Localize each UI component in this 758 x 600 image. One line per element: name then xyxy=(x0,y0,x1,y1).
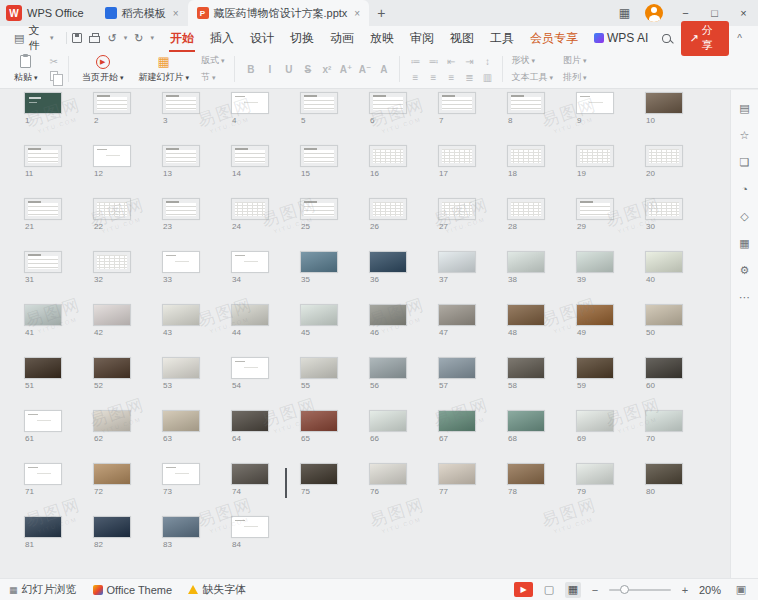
slide-cell[interactable]: 10 xyxy=(645,92,683,125)
slide-cell[interactable]: 67 xyxy=(438,410,476,443)
slide-cell[interactable]: 77 xyxy=(438,463,476,496)
slide-cell[interactable]: 9 xyxy=(576,92,614,125)
slide-thumbnail[interactable] xyxy=(369,92,407,114)
text-tool-button[interactable]: 文本工具▾ xyxy=(511,71,553,84)
slide-cell[interactable]: 79 xyxy=(576,463,614,496)
slide-cell[interactable]: 57 xyxy=(438,357,476,390)
slide-thumbnail[interactable] xyxy=(300,463,338,485)
slide-thumbnail[interactable] xyxy=(231,463,269,485)
redo-dropdown-icon[interactable]: ▾ xyxy=(150,34,154,42)
tab-presentation-document[interactable]: P 藏医药博物馆设计方案.pptx × xyxy=(188,0,370,26)
close-button[interactable]: × xyxy=(729,0,758,26)
strikethrough-button[interactable]: S xyxy=(300,62,315,76)
zoom-in-button[interactable]: + xyxy=(679,584,691,596)
slide-cell[interactable]: 55 xyxy=(300,357,338,390)
slide-thumbnail[interactable] xyxy=(438,251,476,273)
ribbon-tab-home[interactable]: 开始 xyxy=(162,27,202,50)
slide-cell[interactable]: 84 xyxy=(231,516,269,549)
slide-thumbnail[interactable] xyxy=(93,145,131,167)
slide-cell[interactable]: 14 xyxy=(231,145,269,178)
slide-thumbnail[interactable] xyxy=(24,145,62,167)
slide-cell[interactable]: 16 xyxy=(369,145,407,178)
slide-thumbnail[interactable] xyxy=(231,145,269,167)
slide-thumbnail[interactable] xyxy=(438,145,476,167)
slide-thumbnail[interactable] xyxy=(369,463,407,485)
undo-dropdown-icon[interactable]: ▾ xyxy=(124,34,128,42)
slide-thumbnail[interactable] xyxy=(162,516,200,538)
ribbon-tab-slideshow[interactable]: 放映 xyxy=(362,27,402,50)
slide-thumbnail[interactable] xyxy=(93,198,131,220)
slide-thumbnail[interactable] xyxy=(24,198,62,220)
slide-thumbnail[interactable] xyxy=(438,463,476,485)
slide-thumbnail[interactable] xyxy=(231,251,269,273)
slide-cell[interactable]: 47 xyxy=(438,304,476,337)
print-icon[interactable] xyxy=(89,36,100,43)
slide-cell[interactable]: 6 xyxy=(369,92,407,125)
slide-thumbnail[interactable] xyxy=(438,357,476,379)
theme-indicator[interactable]: Office Theme xyxy=(93,584,173,596)
slide-cell[interactable]: 4 xyxy=(231,92,269,125)
slide-cell[interactable]: 38 xyxy=(507,251,545,284)
shapes-button[interactable]: 形状▾ xyxy=(511,54,553,67)
slide-thumbnail[interactable] xyxy=(576,198,614,220)
cut-button[interactable]: ✂ xyxy=(48,57,60,67)
increase-font-button[interactable]: A⁺ xyxy=(338,62,353,76)
close-tab-icon[interactable]: × xyxy=(354,8,360,19)
slide-cell[interactable]: 41 xyxy=(24,304,62,337)
slide-thumbnail[interactable] xyxy=(93,357,131,379)
slide-cell[interactable]: 31 xyxy=(24,251,62,284)
normal-view-button[interactable]: ▢ xyxy=(541,582,557,598)
slide-cell[interactable]: 52 xyxy=(93,357,131,390)
slide-cell[interactable]: 61 xyxy=(24,410,62,443)
slide-thumbnail[interactable] xyxy=(438,198,476,220)
slide-cell[interactable]: 60 xyxy=(645,357,683,390)
slide-cell[interactable]: 26 xyxy=(369,198,407,231)
slide-cell[interactable]: 65 xyxy=(300,410,338,443)
line-spacing-button[interactable]: ↕ xyxy=(480,55,494,68)
slide-thumbnail[interactable] xyxy=(576,92,614,114)
slide-cell[interactable]: 29 xyxy=(576,198,614,231)
slide-thumbnail[interactable] xyxy=(576,145,614,167)
slide-cell[interactable]: 70 xyxy=(645,410,683,443)
slide-cell[interactable]: 24 xyxy=(231,198,269,231)
document-assistant-icon[interactable]: ▤ xyxy=(737,100,753,116)
slide-thumbnail[interactable] xyxy=(369,198,407,220)
slide-thumbnail[interactable] xyxy=(438,304,476,326)
slide-thumbnail[interactable] xyxy=(24,92,62,114)
avatar[interactable] xyxy=(645,4,663,22)
slide-cell[interactable]: 15 xyxy=(300,145,338,178)
slide-thumbnail[interactable] xyxy=(162,251,200,273)
redo-icon[interactable]: ↻ xyxy=(134,33,143,44)
slide-cell[interactable]: 27 xyxy=(438,198,476,231)
decrease-font-button[interactable]: A⁻ xyxy=(357,62,372,76)
picture-button[interactable]: 图片▾ xyxy=(563,54,587,67)
slide-thumbnail[interactable] xyxy=(93,410,131,432)
slide-thumbnail[interactable] xyxy=(369,304,407,326)
slide-thumbnail[interactable] xyxy=(231,410,269,432)
new-tab-button[interactable]: + xyxy=(369,5,393,21)
section-button[interactable]: 节▾ xyxy=(199,71,227,84)
slide-cell[interactable]: 36 xyxy=(369,251,407,284)
undo-icon[interactable]: ↺ xyxy=(107,33,116,44)
increase-indent-button[interactable]: ⇥ xyxy=(462,55,476,68)
slide-thumbnail[interactable] xyxy=(162,92,200,114)
font-color-button[interactable]: A xyxy=(376,62,391,76)
slide-cell[interactable]: 56 xyxy=(369,357,407,390)
ribbon-tab-transitions[interactable]: 切换 xyxy=(282,27,322,50)
slide-thumbnail[interactable] xyxy=(369,251,407,273)
slide-thumbnail[interactable] xyxy=(369,410,407,432)
clipboard-panel-icon[interactable]: ❏ xyxy=(737,154,753,170)
slide-sorter-view-button[interactable]: ▦ xyxy=(565,582,581,598)
slide-cell[interactable]: 66 xyxy=(369,410,407,443)
align-right-button[interactable]: ≡ xyxy=(444,71,458,84)
align-left-button[interactable]: ≡ xyxy=(408,71,422,84)
slide-thumbnail[interactable] xyxy=(162,463,200,485)
slide-cell[interactable]: 72 xyxy=(93,463,131,496)
ribbon-tab-animation[interactable]: 动画 xyxy=(322,27,362,50)
shapes-panel-icon[interactable]: ◇ xyxy=(737,208,753,224)
slide-cell[interactable]: 1 xyxy=(24,92,62,125)
slide-thumbnail[interactable] xyxy=(162,357,200,379)
ribbon-tab-view[interactable]: 视图 xyxy=(442,27,482,50)
slide-thumbnail[interactable] xyxy=(369,357,407,379)
slide-cell[interactable]: 42 xyxy=(93,304,131,337)
